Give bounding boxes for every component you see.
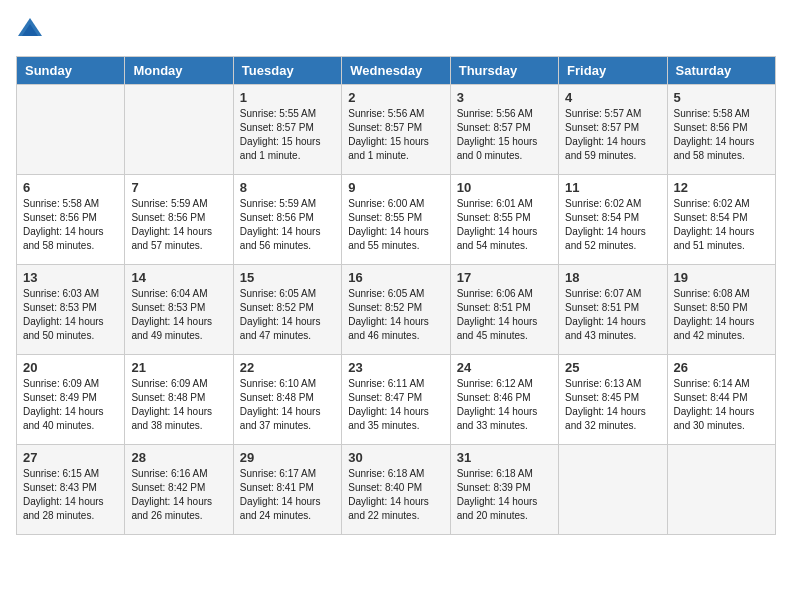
week-row-1: 1Sunrise: 5:55 AM Sunset: 8:57 PM Daylig…: [17, 85, 776, 175]
day-number: 29: [240, 450, 335, 465]
day-info: Sunrise: 6:06 AM Sunset: 8:51 PM Dayligh…: [457, 287, 552, 343]
day-info: Sunrise: 6:08 AM Sunset: 8:50 PM Dayligh…: [674, 287, 769, 343]
calendar-cell: 17Sunrise: 6:06 AM Sunset: 8:51 PM Dayli…: [450, 265, 558, 355]
calendar-cell: 23Sunrise: 6:11 AM Sunset: 8:47 PM Dayli…: [342, 355, 450, 445]
day-number: 1: [240, 90, 335, 105]
day-number: 21: [131, 360, 226, 375]
day-number: 7: [131, 180, 226, 195]
day-number: 16: [348, 270, 443, 285]
calendar-cell: 28Sunrise: 6:16 AM Sunset: 8:42 PM Dayli…: [125, 445, 233, 535]
day-info: Sunrise: 6:10 AM Sunset: 8:48 PM Dayligh…: [240, 377, 335, 433]
day-number: 22: [240, 360, 335, 375]
logo: [16, 16, 48, 44]
day-number: 18: [565, 270, 660, 285]
calendar-header-row: SundayMondayTuesdayWednesdayThursdayFrid…: [17, 57, 776, 85]
day-info: Sunrise: 5:57 AM Sunset: 8:57 PM Dayligh…: [565, 107, 660, 163]
day-info: Sunrise: 6:18 AM Sunset: 8:40 PM Dayligh…: [348, 467, 443, 523]
week-row-5: 27Sunrise: 6:15 AM Sunset: 8:43 PM Dayli…: [17, 445, 776, 535]
week-row-4: 20Sunrise: 6:09 AM Sunset: 8:49 PM Dayli…: [17, 355, 776, 445]
day-number: 13: [23, 270, 118, 285]
day-number: 12: [674, 180, 769, 195]
day-info: Sunrise: 5:59 AM Sunset: 8:56 PM Dayligh…: [240, 197, 335, 253]
calendar-cell: 5Sunrise: 5:58 AM Sunset: 8:56 PM Daylig…: [667, 85, 775, 175]
calendar-cell: 27Sunrise: 6:15 AM Sunset: 8:43 PM Dayli…: [17, 445, 125, 535]
calendar-cell: 12Sunrise: 6:02 AM Sunset: 8:54 PM Dayli…: [667, 175, 775, 265]
day-info: Sunrise: 6:11 AM Sunset: 8:47 PM Dayligh…: [348, 377, 443, 433]
calendar-cell: 16Sunrise: 6:05 AM Sunset: 8:52 PM Dayli…: [342, 265, 450, 355]
day-header-thursday: Thursday: [450, 57, 558, 85]
day-info: Sunrise: 6:07 AM Sunset: 8:51 PM Dayligh…: [565, 287, 660, 343]
day-info: Sunrise: 5:56 AM Sunset: 8:57 PM Dayligh…: [457, 107, 552, 163]
calendar-cell: [17, 85, 125, 175]
logo-icon: [16, 16, 44, 44]
day-info: Sunrise: 6:00 AM Sunset: 8:55 PM Dayligh…: [348, 197, 443, 253]
day-header-monday: Monday: [125, 57, 233, 85]
calendar-cell: 6Sunrise: 5:58 AM Sunset: 8:56 PM Daylig…: [17, 175, 125, 265]
calendar-cell: [559, 445, 667, 535]
calendar-cell: 14Sunrise: 6:04 AM Sunset: 8:53 PM Dayli…: [125, 265, 233, 355]
calendar-cell: 29Sunrise: 6:17 AM Sunset: 8:41 PM Dayli…: [233, 445, 341, 535]
day-number: 4: [565, 90, 660, 105]
day-number: 9: [348, 180, 443, 195]
day-info: Sunrise: 6:09 AM Sunset: 8:48 PM Dayligh…: [131, 377, 226, 433]
day-info: Sunrise: 5:58 AM Sunset: 8:56 PM Dayligh…: [23, 197, 118, 253]
calendar-cell: 22Sunrise: 6:10 AM Sunset: 8:48 PM Dayli…: [233, 355, 341, 445]
calendar-cell: 21Sunrise: 6:09 AM Sunset: 8:48 PM Dayli…: [125, 355, 233, 445]
calendar-cell: 15Sunrise: 6:05 AM Sunset: 8:52 PM Dayli…: [233, 265, 341, 355]
day-header-friday: Friday: [559, 57, 667, 85]
day-number: 27: [23, 450, 118, 465]
calendar-cell: 20Sunrise: 6:09 AM Sunset: 8:49 PM Dayli…: [17, 355, 125, 445]
day-info: Sunrise: 6:04 AM Sunset: 8:53 PM Dayligh…: [131, 287, 226, 343]
day-info: Sunrise: 6:12 AM Sunset: 8:46 PM Dayligh…: [457, 377, 552, 433]
page-header: [16, 16, 776, 44]
day-info: Sunrise: 5:59 AM Sunset: 8:56 PM Dayligh…: [131, 197, 226, 253]
calendar-cell: 24Sunrise: 6:12 AM Sunset: 8:46 PM Dayli…: [450, 355, 558, 445]
day-info: Sunrise: 6:03 AM Sunset: 8:53 PM Dayligh…: [23, 287, 118, 343]
day-number: 25: [565, 360, 660, 375]
calendar-table: SundayMondayTuesdayWednesdayThursdayFrid…: [16, 56, 776, 535]
day-info: Sunrise: 6:05 AM Sunset: 8:52 PM Dayligh…: [240, 287, 335, 343]
day-number: 19: [674, 270, 769, 285]
day-number: 23: [348, 360, 443, 375]
calendar-cell: 2Sunrise: 5:56 AM Sunset: 8:57 PM Daylig…: [342, 85, 450, 175]
calendar-cell: 4Sunrise: 5:57 AM Sunset: 8:57 PM Daylig…: [559, 85, 667, 175]
day-number: 31: [457, 450, 552, 465]
day-number: 10: [457, 180, 552, 195]
day-info: Sunrise: 6:13 AM Sunset: 8:45 PM Dayligh…: [565, 377, 660, 433]
calendar-cell: 25Sunrise: 6:13 AM Sunset: 8:45 PM Dayli…: [559, 355, 667, 445]
day-info: Sunrise: 6:14 AM Sunset: 8:44 PM Dayligh…: [674, 377, 769, 433]
calendar-cell: 19Sunrise: 6:08 AM Sunset: 8:50 PM Dayli…: [667, 265, 775, 355]
day-number: 11: [565, 180, 660, 195]
day-info: Sunrise: 6:01 AM Sunset: 8:55 PM Dayligh…: [457, 197, 552, 253]
day-info: Sunrise: 5:55 AM Sunset: 8:57 PM Dayligh…: [240, 107, 335, 163]
calendar-cell: 30Sunrise: 6:18 AM Sunset: 8:40 PM Dayli…: [342, 445, 450, 535]
day-info: Sunrise: 6:05 AM Sunset: 8:52 PM Dayligh…: [348, 287, 443, 343]
day-header-sunday: Sunday: [17, 57, 125, 85]
day-number: 17: [457, 270, 552, 285]
day-number: 6: [23, 180, 118, 195]
day-info: Sunrise: 6:02 AM Sunset: 8:54 PM Dayligh…: [674, 197, 769, 253]
day-info: Sunrise: 6:18 AM Sunset: 8:39 PM Dayligh…: [457, 467, 552, 523]
calendar-cell: 10Sunrise: 6:01 AM Sunset: 8:55 PM Dayli…: [450, 175, 558, 265]
calendar-cell: 9Sunrise: 6:00 AM Sunset: 8:55 PM Daylig…: [342, 175, 450, 265]
calendar-cell: 3Sunrise: 5:56 AM Sunset: 8:57 PM Daylig…: [450, 85, 558, 175]
day-number: 15: [240, 270, 335, 285]
day-number: 20: [23, 360, 118, 375]
calendar-cell: [125, 85, 233, 175]
day-number: 14: [131, 270, 226, 285]
day-number: 26: [674, 360, 769, 375]
week-row-2: 6Sunrise: 5:58 AM Sunset: 8:56 PM Daylig…: [17, 175, 776, 265]
day-header-wednesday: Wednesday: [342, 57, 450, 85]
calendar-cell: 18Sunrise: 6:07 AM Sunset: 8:51 PM Dayli…: [559, 265, 667, 355]
day-number: 24: [457, 360, 552, 375]
day-number: 30: [348, 450, 443, 465]
day-info: Sunrise: 6:15 AM Sunset: 8:43 PM Dayligh…: [23, 467, 118, 523]
day-number: 5: [674, 90, 769, 105]
day-info: Sunrise: 6:17 AM Sunset: 8:41 PM Dayligh…: [240, 467, 335, 523]
week-row-3: 13Sunrise: 6:03 AM Sunset: 8:53 PM Dayli…: [17, 265, 776, 355]
day-number: 2: [348, 90, 443, 105]
day-info: Sunrise: 6:02 AM Sunset: 8:54 PM Dayligh…: [565, 197, 660, 253]
calendar-cell: 31Sunrise: 6:18 AM Sunset: 8:39 PM Dayli…: [450, 445, 558, 535]
day-number: 3: [457, 90, 552, 105]
day-info: Sunrise: 6:16 AM Sunset: 8:42 PM Dayligh…: [131, 467, 226, 523]
